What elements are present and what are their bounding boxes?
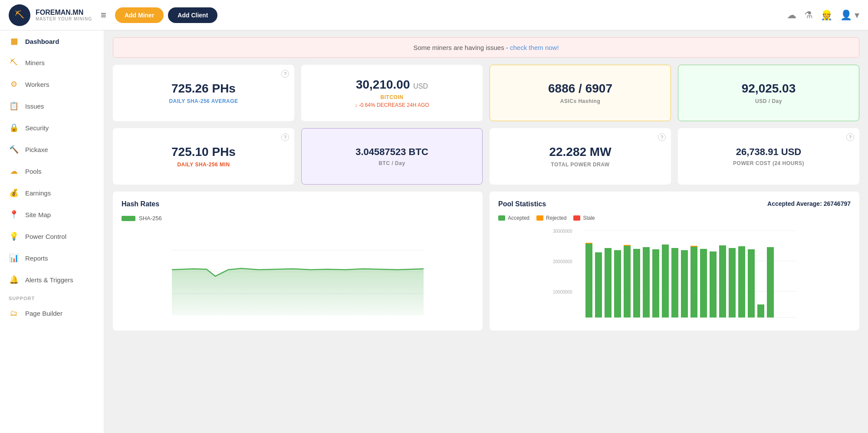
main-content: Some miners are having issues - check th… <box>104 30 868 433</box>
page-builder-icon: 🗂 <box>9 309 19 318</box>
sidebar-item-label: Miners <box>25 59 45 66</box>
sidebar-item-security[interactable]: 🔒 Security <box>0 117 104 139</box>
hash-rates-chart: Hash Rates SHA-256 <box>113 192 483 331</box>
svg-rect-14 <box>624 246 631 317</box>
sidebar-item-label: Issues <box>25 102 44 110</box>
issues-icon: 📋 <box>9 101 19 111</box>
svg-rect-20 <box>681 250 688 317</box>
security-icon: 🔒 <box>9 123 19 132</box>
svg-rect-22 <box>700 249 707 317</box>
add-miner-button[interactable]: Add Miner <box>115 7 164 23</box>
sidebar-item-earnings[interactable]: 💰 Earnings <box>0 182 104 204</box>
sha256-min-value: 725.10 PHs <box>171 145 236 159</box>
sidebar-item-alerts[interactable]: 🔔 Alerts & Triggers <box>0 269 104 291</box>
sidebar-item-issues[interactable]: 📋 Issues <box>0 95 104 117</box>
hash-rates-title: Hash Rates <box>122 200 474 208</box>
sha256-legend-color <box>122 216 135 221</box>
layout: ▦ Dashboard ⛏ Miners ⚙ Workers 📋 Issues … <box>0 30 868 433</box>
stat-card-power-draw: ? 22.282 MW TOTAL POWER DRAW <box>490 128 671 185</box>
asics-value: 6886 / 6907 <box>548 82 612 96</box>
header: ⛏ FOREMAN.MN MASTER YOUR MINING ≡ Add Mi… <box>0 0 868 30</box>
dashboard-icon: ▦ <box>9 36 19 46</box>
sidebar-item-label: Pools <box>25 168 42 175</box>
stat-card-bitcoin: 30,210.00 USD BITCOIN ↓ -0.64% DECREASE … <box>301 65 483 121</box>
pool-stats-svg: 30000000 20000000 10000000 <box>498 226 851 322</box>
support-section-label: SUPPORT <box>0 291 104 303</box>
svg-rect-18 <box>662 245 669 317</box>
pool-stats-chart: Pool Statistics Accepted Average: 267467… <box>490 192 859 331</box>
sidebar-item-label: Page Builder <box>25 310 62 317</box>
hamburger-menu[interactable]: ≡ <box>101 10 106 21</box>
btc-day-value: 3.04587523 BTC <box>355 146 428 158</box>
svg-rect-26 <box>738 246 745 317</box>
user-icon[interactable]: 👤 ▾ <box>840 10 859 21</box>
add-client-button[interactable]: Add Client <box>168 7 217 23</box>
cloud-icon[interactable]: ☁ <box>787 10 796 21</box>
svg-rect-32 <box>690 246 697 247</box>
sidebar-item-workers[interactable]: ⚙ Workers <box>0 73 104 95</box>
svg-rect-30 <box>585 243 592 244</box>
svg-rect-23 <box>710 251 717 317</box>
svg-text:30000000: 30000000 <box>553 229 572 234</box>
bitcoin-currency: USD <box>413 83 428 90</box>
earnings-icon: 💰 <box>9 188 19 198</box>
power-cost-label: POWER COST (24 HOURS) <box>733 160 804 166</box>
svg-rect-31 <box>624 245 631 246</box>
info-icon-3[interactable]: ? <box>658 133 666 141</box>
svg-text:10000000: 10000000 <box>553 290 572 294</box>
sidebar-item-page-builder[interactable]: 🗂 Page Builder <box>0 303 104 324</box>
power-draw-value: 22.282 MW <box>549 145 611 159</box>
pool-legend-accepted: Accepted <box>508 215 529 221</box>
alert-banner: Some miners are having issues - check th… <box>113 37 859 58</box>
stats-grid: ? 725.26 PHs DAILY SHA-256 AVERAGE 30,21… <box>104 58 868 192</box>
sidebar-item-miners[interactable]: ⛏ Miners <box>0 52 104 73</box>
sidebar-item-power-control[interactable]: 💡 Power Control <box>0 225 104 247</box>
sha256-avg-label: DAILY SHA-256 AVERAGE <box>169 98 238 104</box>
filter-icon[interactable]: ⚗ <box>804 10 813 21</box>
sidebar-item-label: Pickaxe <box>25 146 48 153</box>
info-icon-4[interactable]: ? <box>846 133 854 141</box>
logo-text: FOREMAN.MN MASTER YOUR MINING <box>36 8 92 22</box>
info-icon-2[interactable]: ? <box>281 133 289 141</box>
sidebar-item-label: Power Control <box>25 233 66 240</box>
alert-link[interactable]: check them now! <box>510 44 559 51</box>
worker-icon[interactable]: 👷 <box>821 10 832 21</box>
stat-card-usd-day: 92,025.03 USD / Day <box>678 65 859 121</box>
stat-card-asics: 6886 / 6907 ASICs Hashing <box>490 65 671 121</box>
svg-rect-27 <box>748 249 755 317</box>
svg-rect-21 <box>690 247 697 317</box>
sidebar-item-reports[interactable]: 📊 Reports <box>0 247 104 269</box>
svg-rect-15 <box>633 249 640 317</box>
power-icon: 💡 <box>9 231 19 241</box>
sha256-avg-value: 725.26 PHs <box>171 82 236 96</box>
sidebar-item-label: Site Map <box>25 211 51 218</box>
pool-stats-header: Pool Statistics Accepted Average: 267467… <box>498 200 851 215</box>
sidebar-item-sitemap[interactable]: 📍 Site Map <box>0 204 104 225</box>
svg-rect-17 <box>652 249 659 317</box>
btc-day-label: BTC / Day <box>378 160 405 166</box>
usd-day-value: 92,025.03 <box>742 82 796 96</box>
svg-rect-19 <box>671 248 678 317</box>
alerts-icon: 🔔 <box>9 275 19 284</box>
sidebar-item-pools[interactable]: ☁ Pools <box>0 160 104 182</box>
asics-label: ASICs Hashing <box>560 98 601 104</box>
svg-rect-28 <box>757 304 764 317</box>
alert-message: Some miners are having issues - <box>413 44 510 51</box>
svg-rect-25 <box>729 248 736 317</box>
svg-rect-13 <box>614 250 621 317</box>
sidebar-item-label: Alerts & Triggers <box>25 276 73 284</box>
sidebar-item-label: Dashboard <box>25 38 59 45</box>
charts-row: Hash Rates SHA-256 <box>104 192 868 339</box>
sidebar-item-dashboard[interactable]: ▦ Dashboard <box>0 30 104 52</box>
info-icon[interactable]: ? <box>281 70 289 78</box>
workers-icon: ⚙ <box>9 79 19 89</box>
sidebar-item-pickaxe[interactable]: 🔨 Pickaxe <box>0 139 104 160</box>
sidebar-item-label: Security <box>25 124 49 132</box>
reports-icon: 📊 <box>9 253 19 263</box>
stat-card-sha256-avg: ? 725.26 PHs DAILY SHA-256 AVERAGE <box>113 65 294 121</box>
svg-text:20000000: 20000000 <box>553 259 572 264</box>
usd-day-label: USD / Day <box>755 98 782 104</box>
sitemap-icon: 📍 <box>9 210 19 219</box>
svg-rect-10 <box>585 244 592 317</box>
stat-card-sha256-min: ? 725.10 PHs DAILY SHA-256 MIN <box>113 128 294 185</box>
